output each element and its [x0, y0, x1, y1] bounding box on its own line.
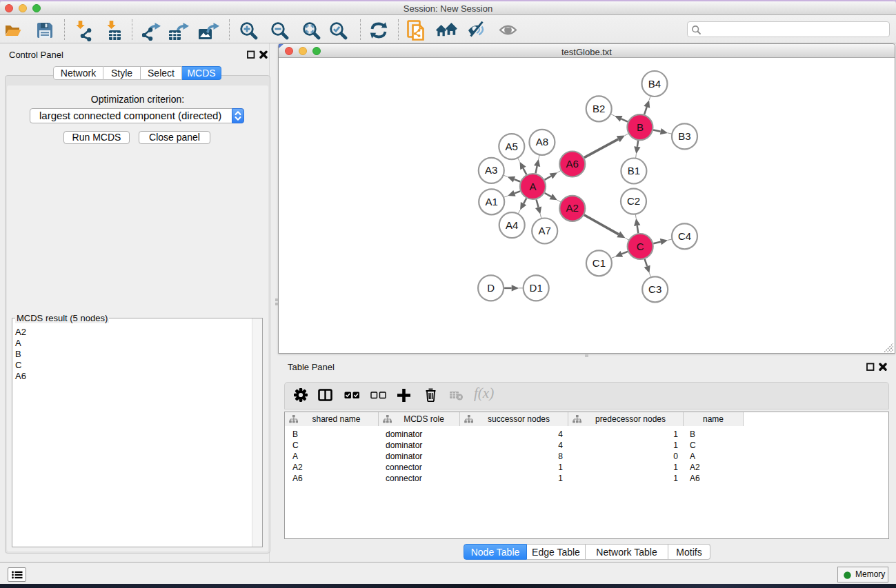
- svg-text:B4: B4: [648, 78, 661, 90]
- svg-text:A1: A1: [486, 196, 498, 207]
- svg-text:A3: A3: [485, 164, 497, 176]
- svg-text:B3: B3: [678, 130, 690, 142]
- svg-text:A5: A5: [506, 141, 518, 152]
- svg-text:A7: A7: [539, 225, 551, 236]
- svg-text:f(x): f(x): [474, 386, 494, 401]
- svg-text:A4: A4: [506, 219, 518, 231]
- svg-text:A6: A6: [566, 158, 579, 170]
- svg-text:B1: B1: [628, 165, 640, 176]
- svg-text:B: B: [637, 121, 644, 133]
- svg-text:A8: A8: [536, 136, 548, 148]
- svg-text:C4: C4: [678, 230, 691, 242]
- svg-text:D: D: [487, 282, 495, 294]
- svg-text:D1: D1: [530, 282, 543, 294]
- svg-text:B2: B2: [593, 103, 605, 114]
- svg-text:C: C: [637, 241, 644, 252]
- svg-text:A2: A2: [566, 202, 579, 214]
- svg-text:C2: C2: [627, 195, 640, 207]
- svg-text:C3: C3: [648, 283, 661, 295]
- svg-text:C1: C1: [593, 257, 606, 269]
- svg-text:A: A: [529, 181, 536, 192]
